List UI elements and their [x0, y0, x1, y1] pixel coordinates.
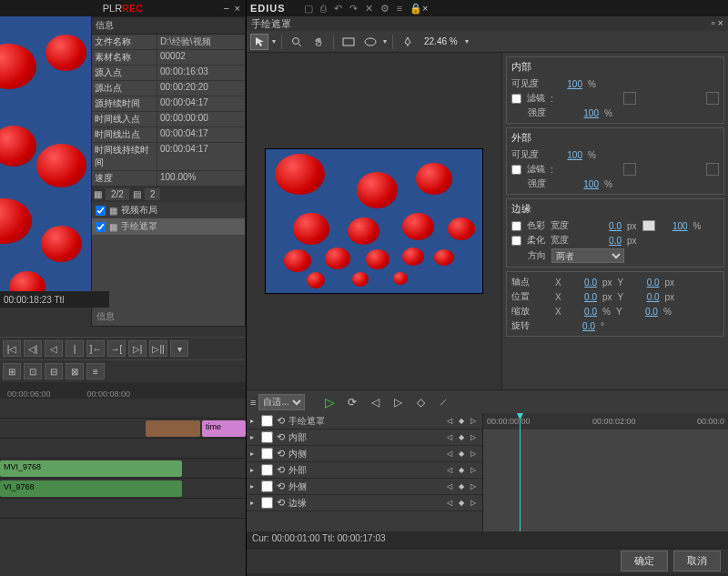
reset-icon[interactable]: ⟲	[277, 448, 285, 460]
next-key-button[interactable]: ▷	[388, 393, 408, 411]
graph-button[interactable]: ⟋	[433, 393, 453, 411]
track-checkbox[interactable]	[261, 497, 273, 509]
track-checkbox[interactable]	[261, 431, 273, 443]
outer-filter-expand-icon[interactable]	[623, 163, 636, 176]
mask-track-row[interactable]: ▸⟲内部◁◆▷	[247, 429, 482, 446]
rotation-value[interactable]: 0.0	[568, 321, 595, 331]
expand-icon[interactable]: ▸	[250, 499, 258, 507]
expand-icon[interactable]: ▸	[250, 466, 258, 474]
add-kf-icon[interactable]: ◆	[456, 449, 467, 460]
tool-a[interactable]: ⊞	[3, 363, 21, 379]
keyframe-area[interactable]: 00:00:00:00 00:00:02:00 00:00:0	[483, 413, 728, 531]
add-kf-icon[interactable]: ◆	[456, 498, 467, 509]
track-checkbox[interactable]	[261, 464, 273, 476]
track-checkbox[interactable]	[261, 415, 273, 427]
zoom-tool[interactable]	[288, 34, 306, 50]
prev-kf-icon[interactable]: ◁	[444, 432, 455, 443]
mark-out-button[interactable]: ▷||	[149, 340, 167, 357]
save-icon[interactable]: ⎙	[320, 3, 327, 15]
cut-icon[interactable]: ✕	[365, 3, 373, 15]
source-preview[interactable]	[0, 16, 91, 294]
tab-1[interactable]: 2/2	[106, 188, 129, 200]
out-bracket-button[interactable]: →[	[107, 340, 126, 357]
reset-icon[interactable]: ⟲	[277, 431, 285, 443]
mask-track-row[interactable]: ▸⟲内侧◁◆▷	[247, 446, 482, 462]
color-swatch[interactable]	[642, 220, 655, 231]
edge-opacity-value[interactable]: 100	[661, 221, 688, 231]
undo-icon[interactable]: ↶	[334, 3, 342, 15]
tool-e[interactable]: ≡	[86, 363, 105, 379]
mask-track-row[interactable]: ▸⟲外侧◁◆▷	[247, 479, 482, 495]
clip-video-1[interactable]: MVI_9768	[0, 460, 182, 477]
rect-tool[interactable]	[339, 34, 358, 50]
step-fwd-button[interactable]: ▷|	[128, 340, 147, 357]
prev-kf-icon[interactable]: ◁	[444, 498, 455, 509]
layer-row[interactable]: ▦手绘遮罩	[92, 218, 245, 235]
mask-preview[interactable]	[265, 148, 483, 294]
outer-visibility-value[interactable]: 100	[555, 150, 582, 160]
folder-icon[interactable]: ▢	[304, 3, 313, 15]
fit-select[interactable]: 自适...	[258, 394, 305, 410]
ellipse-tool[interactable]	[361, 34, 379, 50]
close-button[interactable]: ×	[235, 3, 240, 14]
scale-y-value[interactable]: 0.0	[631, 307, 658, 317]
outer-filter-checkbox[interactable]	[511, 165, 521, 175]
soft-checkbox[interactable]	[511, 236, 521, 246]
zoom-dropdown-icon[interactable]: ▾	[465, 37, 469, 45]
prev-key-button[interactable]: ◁	[365, 393, 385, 411]
clip-video-2[interactable]: VI_9768	[0, 480, 182, 497]
next-kf-icon[interactable]: ▷	[468, 465, 479, 476]
outer-filter-add-icon[interactable]	[706, 163, 719, 176]
next-kf-icon[interactable]: ▷	[468, 498, 479, 509]
key-button[interactable]: ◇	[410, 393, 430, 411]
prev-kf-icon[interactable]: ◁	[444, 416, 455, 427]
add-kf-icon[interactable]: ◆	[456, 481, 467, 492]
color-checkbox[interactable]	[511, 221, 521, 231]
ok-button[interactable]: 确定	[621, 551, 668, 571]
play-back-button[interactable]: ◁	[45, 340, 63, 357]
pos-x-value[interactable]: 0.0	[570, 292, 597, 302]
mask-max-icon[interactable]: ▫	[712, 17, 715, 30]
add-kf-icon[interactable]: ◆	[456, 432, 467, 443]
prev-kf-icon[interactable]: ◁	[444, 449, 455, 460]
reset-icon[interactable]: ⟲	[277, 415, 285, 427]
mask-close-icon[interactable]: ×	[718, 17, 723, 30]
layer-checkbox[interactable]	[96, 222, 106, 232]
track-checkbox[interactable]	[261, 448, 273, 460]
scale-x-value[interactable]: 0.0	[570, 307, 597, 317]
pen-tool[interactable]	[399, 34, 417, 50]
tool-b[interactable]: ⊡	[24, 363, 42, 379]
list-icon[interactable]: ≡	[250, 397, 256, 408]
mask-track-row[interactable]: ▸⟲边缘◁◆▷	[247, 495, 482, 511]
arrow-tool[interactable]	[250, 34, 268, 50]
outer-strength-value[interactable]: 100	[571, 179, 599, 189]
prev-kf-icon[interactable]: ◁	[444, 481, 455, 492]
reset-icon[interactable]: ⟲	[277, 480, 285, 492]
layer-checkbox[interactable]	[96, 206, 106, 216]
mask-track-row[interactable]: ▸⟲外部◁◆▷	[247, 462, 482, 479]
next-kf-icon[interactable]: ▷	[468, 432, 479, 443]
edge-width-value[interactable]: 0.0	[594, 221, 622, 231]
soft-width-value[interactable]: 0.0	[594, 236, 622, 246]
add-kf-icon[interactable]: ◆	[456, 465, 467, 476]
visibility-value[interactable]: 100	[555, 79, 582, 89]
dropdown-icon[interactable]: ▾	[170, 340, 188, 357]
redo-icon[interactable]: ↷	[349, 3, 358, 15]
clip-thumbnail[interactable]	[146, 420, 200, 437]
minimize-button[interactable]: −	[224, 3, 229, 14]
mark-in-button[interactable]: |◁	[3, 340, 21, 357]
loop-button[interactable]: ⟳	[342, 393, 362, 411]
cancel-button[interactable]: 取消	[673, 551, 721, 571]
layer-row[interactable]: ▦视频布局	[92, 202, 245, 218]
next-kf-icon[interactable]: ▷	[468, 449, 479, 460]
next-kf-icon[interactable]: ▷	[468, 481, 479, 492]
lock-icon[interactable]: 🔒	[410, 3, 422, 15]
expand-icon[interactable]: ▸	[250, 433, 258, 441]
filter-add-icon[interactable]	[706, 92, 719, 105]
strength-value[interactable]: 100	[571, 108, 599, 118]
play-button[interactable]: ▷	[319, 393, 339, 411]
pivot-y-value[interactable]: 0.0	[632, 278, 660, 288]
window-close-icon[interactable]: ×	[422, 3, 428, 14]
list-icon[interactable]: ≡	[397, 3, 402, 15]
next-kf-icon[interactable]: ▷	[468, 416, 479, 427]
